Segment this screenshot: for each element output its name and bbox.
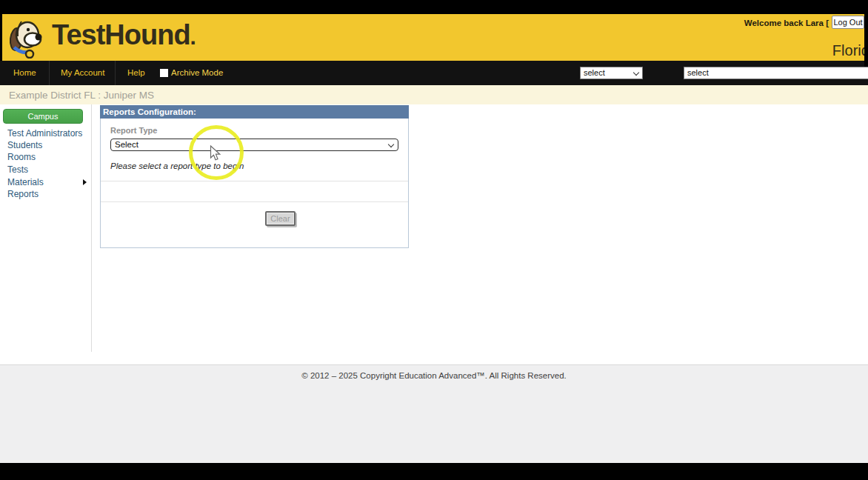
nav-divider [115,61,116,85]
app-window: TestHound. Welcome back Lara [ Log Out F… [0,0,868,480]
sidebar-item-materials[interactable]: Materials [7,176,44,188]
sidebar-item-rooms[interactable]: Rooms [7,151,36,163]
panel-divider [101,181,408,181]
nav-help[interactable]: Help [127,61,145,85]
content-area: Campus Management Test Administrators St… [0,104,868,364]
clear-button[interactable]: Clear [265,211,296,226]
sidebar-item-reports[interactable]: Reports [7,188,39,200]
report-type-hint: Please select a report type to begin [110,161,244,170]
nav-divider [49,61,50,85]
secondary-select[interactable]: select [684,67,868,79]
archive-mode-label: Archive Mode [171,61,223,85]
nav-home[interactable]: Home [13,61,36,85]
testhound-dog-logo-icon [7,16,48,59]
copyright-text: © 2012 – 2025 Copyright Education Advanc… [301,371,567,380]
report-type-select[interactable]: Select [110,139,398,151]
sidebar-item-test-administrators[interactable]: Test Administrators [7,127,82,139]
letterbox-top [0,0,868,14]
letterbox-right-edge [864,0,868,67]
reports-configuration-panel: Reports Configuration: Report Type Selec… [100,105,409,248]
breadcrumb: Example District FL : Juniper MS [0,85,868,104]
campus-select[interactable]: select [580,67,643,79]
sidebar-section-campus-management[interactable]: Campus Management [3,109,83,124]
panel-body: Report Type Select Please select a repor… [100,119,409,248]
chevron-down-icon [388,141,394,147]
main-nav: Home My Account Help Archive Mode select… [0,61,868,85]
brand-wordmark: TestHound. [52,19,196,51]
sidebar-item-students[interactable]: Students [7,139,42,151]
nav-my-account[interactable]: My Account [61,61,104,85]
archive-mode-checkbox[interactable] [160,69,168,77]
chevron-down-icon [633,70,639,76]
letterbox-left-edge [0,14,2,61]
logout-button[interactable]: Log Out [832,16,864,29]
letterbox-bottom [0,463,868,480]
submenu-arrow-icon [83,179,87,185]
sidebar-item-tests[interactable]: Tests [7,164,28,176]
panel-title: Reports Configuration: [100,105,409,119]
region-label: Florida [832,42,868,59]
panel-divider [101,201,408,202]
footer: © 2012 – 2025 Copyright Education Advanc… [0,364,868,463]
sidebar-divider [91,104,92,352]
report-type-label: Report Type [110,126,157,135]
brand-header: TestHound. Welcome back Lara [ Log Out F… [0,14,868,61]
welcome-text: Welcome back Lara [ [744,17,829,30]
